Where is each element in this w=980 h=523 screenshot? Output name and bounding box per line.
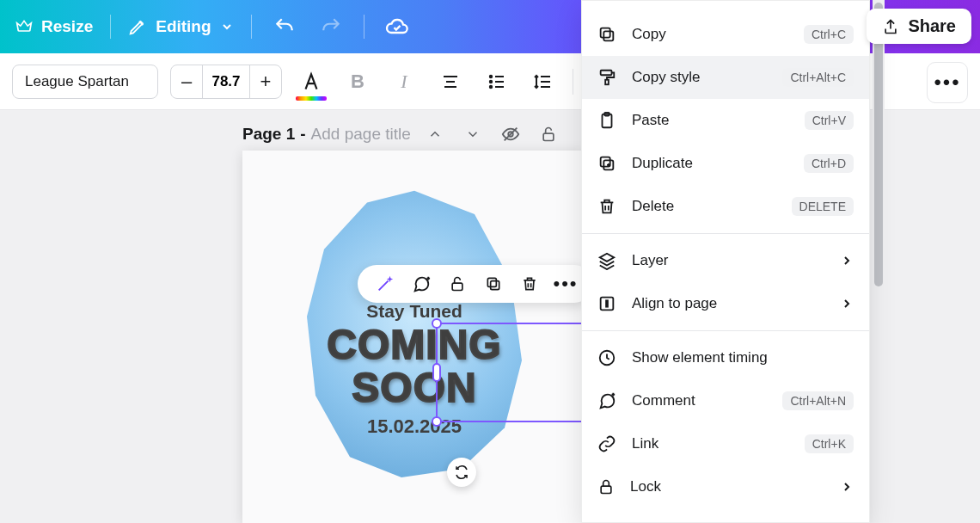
editing-mode-button[interactable]: Editing <box>125 12 236 41</box>
delete-element-button[interactable] <box>518 272 542 296</box>
ctx-label: Paste <box>632 112 669 129</box>
expand-down-button[interactable] <box>459 120 487 148</box>
lock-page-button[interactable] <box>535 120 562 148</box>
menu-separator <box>582 330 869 331</box>
ctx-label: Duplicate <box>632 155 693 172</box>
separator <box>364 15 364 39</box>
ctx-lock[interactable]: Lock <box>582 465 869 508</box>
ctx-shortcut: Ctrl+D <box>804 154 854 173</box>
svg-rect-17 <box>603 31 613 40</box>
text-color-button[interactable] <box>294 65 328 99</box>
svg-rect-28 <box>601 486 611 493</box>
selection-side-handle[interactable] <box>432 363 441 382</box>
ctx-label: Layer <box>632 252 669 269</box>
ctx-delete[interactable]: Delete DELETE <box>582 185 869 228</box>
context-menu-scrollbar[interactable] <box>873 0 885 523</box>
ctx-shortcut: DELETE <box>792 197 854 216</box>
paint-roller-icon <box>597 68 616 87</box>
editing-label: Editing <box>156 17 211 36</box>
svg-point-2 <box>490 85 492 87</box>
lock-element-button[interactable] <box>445 272 469 296</box>
svg-rect-16 <box>487 278 496 286</box>
resize-button[interactable]: Resize <box>12 12 96 41</box>
selection-handle[interactable] <box>432 318 442 329</box>
share-button[interactable]: Share <box>867 9 971 44</box>
svg-rect-18 <box>601 28 610 38</box>
ctx-layer[interactable]: Layer <box>582 239 869 282</box>
clipboard-icon <box>597 111 616 130</box>
bold-button[interactable]: B <box>340 65 375 99</box>
crown-icon <box>15 18 33 35</box>
text-stay-tuned[interactable]: Stay Tuned <box>366 301 462 322</box>
svg-rect-13 <box>543 133 554 140</box>
ctx-copy[interactable]: Copy Ctrl+C <box>582 13 869 56</box>
duplicate-element-button[interactable] <box>481 272 505 296</box>
font-size-increment[interactable]: + <box>250 65 281 98</box>
font-size-value[interactable]: 78.7 <box>202 65 250 98</box>
svg-rect-20 <box>605 80 609 85</box>
text-color-swatch <box>296 96 327 101</box>
chevron-down-icon <box>220 20 234 34</box>
cloud-sync-button[interactable] <box>378 12 416 41</box>
ctx-link[interactable]: Link Ctrl+K <box>582 422 869 465</box>
design-canvas[interactable]: Stay Tuned COMING SOON 15.02.2025 <box>242 151 586 523</box>
lock-icon <box>597 478 615 495</box>
ctx-label: Link <box>632 435 658 452</box>
duplicate-icon <box>597 154 616 173</box>
ctx-align[interactable]: Align to page <box>582 282 869 325</box>
context-menu: Copy Ctrl+C Copy style Ctrl+Alt+C Paste … <box>581 0 870 523</box>
redo-button[interactable] <box>312 12 350 41</box>
svg-rect-19 <box>601 71 612 76</box>
svg-rect-15 <box>491 281 499 290</box>
separator <box>251 15 252 39</box>
ctx-timing[interactable]: Show element timing <box>582 336 869 379</box>
svg-point-0 <box>490 75 492 77</box>
ctx-label: Lock <box>630 478 661 495</box>
layers-icon <box>597 251 616 270</box>
ctx-paste[interactable]: Paste Ctrl+V <box>582 99 869 142</box>
ctx-label: Comment <box>632 392 695 409</box>
ctx-label: Align to page <box>632 295 717 312</box>
svg-rect-14 <box>452 283 462 290</box>
italic-button[interactable]: I <box>387 65 421 99</box>
comment-icon <box>597 391 616 410</box>
page-title-input[interactable]: Add page title <box>311 125 411 144</box>
ctx-shortcut: Ctrl+Alt+C <box>782 68 854 87</box>
ctx-shortcut: Ctrl+V <box>805 111 854 130</box>
spacing-button[interactable] <box>526 65 560 99</box>
share-label: Share <box>908 16 956 36</box>
list-button[interactable] <box>480 65 514 99</box>
comment-add-button[interactable] <box>409 272 433 296</box>
ctx-comment[interactable]: Comment Ctrl+Alt+N <box>582 379 869 422</box>
scrollbar-thumb[interactable] <box>874 3 883 286</box>
upload-icon <box>882 18 899 35</box>
ctx-duplicate[interactable]: Duplicate Ctrl+D <box>582 142 869 185</box>
ctx-copy-style[interactable]: Copy style Ctrl+Alt+C <box>582 56 869 99</box>
chevron-right-icon <box>840 297 854 311</box>
ctx-shortcut: Ctrl+C <box>804 25 854 44</box>
collapse-up-button[interactable] <box>421 120 449 148</box>
magic-wand-button[interactable] <box>373 272 397 296</box>
pencil-icon <box>128 17 147 36</box>
ctx-label: Copy <box>632 26 666 43</box>
svg-rect-26 <box>606 300 608 306</box>
chevron-right-icon <box>840 254 854 268</box>
ctx-shortcut: Ctrl+K <box>805 434 854 453</box>
menu-separator <box>582 233 869 234</box>
font-name-select[interactable]: League Spartan <box>12 65 158 99</box>
chevron-right-icon <box>840 480 854 494</box>
selection-floating-toolbar: ••• <box>358 265 593 303</box>
sync-element-button[interactable] <box>447 458 476 487</box>
more-element-button[interactable]: ••• <box>554 272 578 296</box>
font-size-stepper[interactable]: – 78.7 + <box>170 65 282 99</box>
visibility-button[interactable] <box>497 120 524 148</box>
copy-icon <box>597 25 616 44</box>
font-size-decrement[interactable]: – <box>171 65 202 98</box>
link-icon <box>597 434 616 453</box>
undo-button[interactable] <box>266 12 303 41</box>
align-button[interactable] <box>433 65 468 99</box>
toolbar-more-button[interactable]: ••• <box>927 62 968 103</box>
selection-box[interactable] <box>436 323 586 422</box>
selection-handle[interactable] <box>432 416 442 427</box>
ctx-shortcut: Ctrl+Alt+N <box>782 391 854 410</box>
